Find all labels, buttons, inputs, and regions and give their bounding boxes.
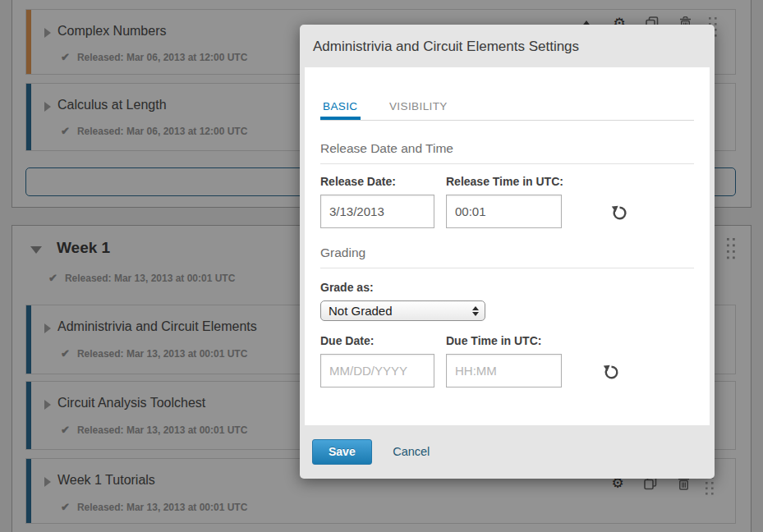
grade-as-select[interactable]: Not Graded [320,300,485,321]
reset-icon [603,364,619,380]
subsection-settings-modal: Administrivia and Circuit Elements Setti… [300,25,715,479]
cancel-link[interactable]: Cancel [393,445,430,458]
save-button[interactable]: Save [312,439,372,465]
release-date-input[interactable] [320,195,434,228]
modal-body: BASIC VISIBILITY Release Date and Time R… [305,67,710,425]
reset-due-date-button[interactable] [603,364,619,382]
grade-as-label: Grade as: [320,281,694,294]
course-outline-page: Complex Numbers ✔Released: Mar 06, 2013 … [0,0,763,532]
reset-release-date-button[interactable] [611,204,627,222]
release-time-label: Release Time in UTC: [446,175,563,188]
reset-icon [611,204,627,221]
grade-as-selected-value: Not Graded [329,304,393,318]
release-time-input[interactable] [446,195,562,228]
select-arrows-icon [472,306,479,316]
due-time-label: Due Time in UTC: [446,334,562,347]
due-date-input[interactable] [320,354,434,388]
grading-section-heading: Grading [320,245,694,268]
release-section-heading: Release Date and Time [320,141,694,164]
settings-tabs: BASIC VISIBILITY [320,67,694,121]
release-date-label: Release Date: [320,175,434,188]
due-date-label: Due Date: [320,334,434,347]
tab-basic[interactable]: BASIC [320,100,361,120]
tab-visibility[interactable]: VISIBILITY [387,100,450,120]
modal-title: Administrivia and Circuit Elements Setti… [300,25,715,55]
modal-actions: Save Cancel [300,425,715,465]
due-time-input[interactable] [446,354,562,388]
